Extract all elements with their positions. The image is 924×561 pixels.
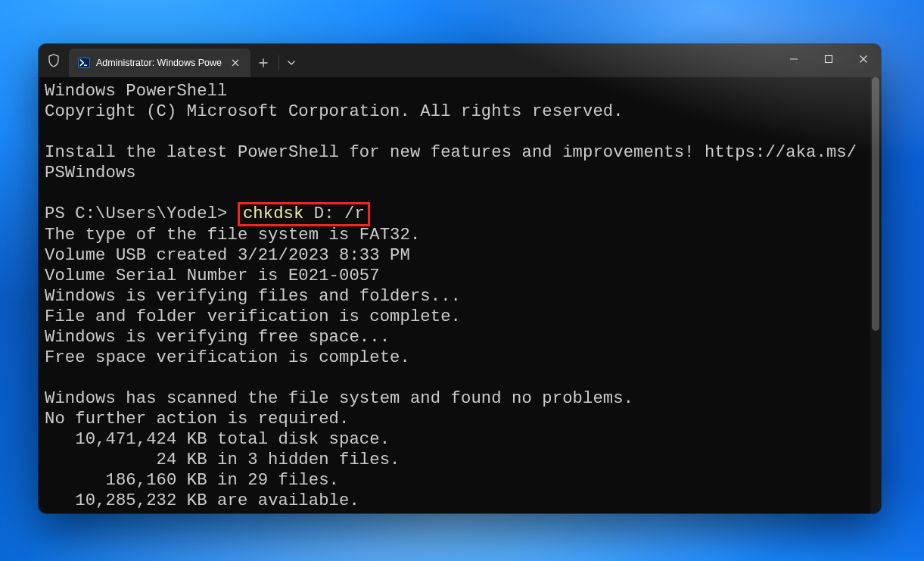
titlebar[interactable]: Administrator: Windows Powe — [39, 44, 881, 77]
tab-dropdown-button[interactable] — [282, 51, 301, 75]
output-line: 10,285,232 KB are available. — [45, 491, 359, 510]
new-tab-button[interactable] — [250, 51, 276, 75]
banner-line: Windows PowerShell — [45, 82, 227, 101]
output-line: Volume Serial Number is E021-0057 — [45, 266, 380, 285]
close-icon — [232, 59, 239, 67]
output-line: 10,471,424 KB total disk space. — [45, 430, 390, 449]
maximize-icon — [824, 55, 833, 64]
output-line: Windows is verifying files and folders..… — [45, 287, 461, 306]
desktop-wallpaper: Administrator: Windows Powe — [0, 0, 924, 561]
window-controls — [776, 44, 881, 77]
output-line: Windows has scanned the file system and … — [45, 389, 633, 408]
output-line: 24 KB in 3 hidden files. — [45, 450, 400, 469]
powershell-icon — [78, 57, 90, 69]
minimize-button[interactable] — [776, 44, 811, 74]
titlebar-drag-region[interactable] — [301, 44, 776, 77]
terminal-window: Administrator: Windows Powe — [39, 44, 881, 513]
command-highlight: chkdsk D: /r — [238, 202, 370, 226]
scrollbar[interactable] — [870, 77, 881, 513]
command-args: D: /r — [303, 204, 365, 223]
separator — [278, 55, 279, 70]
close-window-button[interactable] — [846, 44, 881, 74]
chevron-down-icon — [288, 61, 295, 65]
output-line: No further action is required. — [45, 410, 349, 429]
output-line: Volume USB created 3/21/2023 8:33 PM — [45, 246, 410, 265]
maximize-button[interactable] — [811, 44, 846, 74]
svg-rect-2 — [790, 59, 798, 60]
output-line: File and folder verification is complete… — [45, 307, 461, 326]
prompt-prefix: PS C:\Users\Yodel> — [45, 204, 238, 223]
output-line: Free space verification is complete. — [45, 348, 410, 367]
tab-title: Administrator: Windows Powe — [96, 58, 222, 68]
admin-shield-badge — [39, 44, 69, 77]
terminal-output[interactable]: Windows PowerShell Copyright (C) Microso… — [39, 77, 870, 513]
svg-rect-3 — [826, 56, 832, 63]
scroll-thumb[interactable] — [872, 77, 879, 331]
output-line: Windows is verifying free space... — [45, 328, 390, 347]
install-hint: Install the latest PowerShell for new fe… — [45, 143, 857, 182]
command-exe: chkdsk — [243, 204, 304, 223]
tab-actions — [250, 48, 301, 77]
shield-icon — [48, 54, 60, 67]
tab-close-button[interactable] — [228, 55, 243, 70]
output-line: 186,160 KB in 29 files. — [45, 471, 339, 490]
svg-rect-1 — [84, 64, 87, 66]
tab-powershell[interactable]: Administrator: Windows Powe — [69, 48, 250, 77]
output-line: The type of the file system is FAT32. — [45, 226, 420, 245]
close-icon — [859, 55, 868, 64]
banner-line: Copyright (C) Microsoft Corporation. All… — [45, 102, 624, 121]
minimize-icon — [789, 55, 798, 64]
plus-icon — [259, 58, 268, 67]
